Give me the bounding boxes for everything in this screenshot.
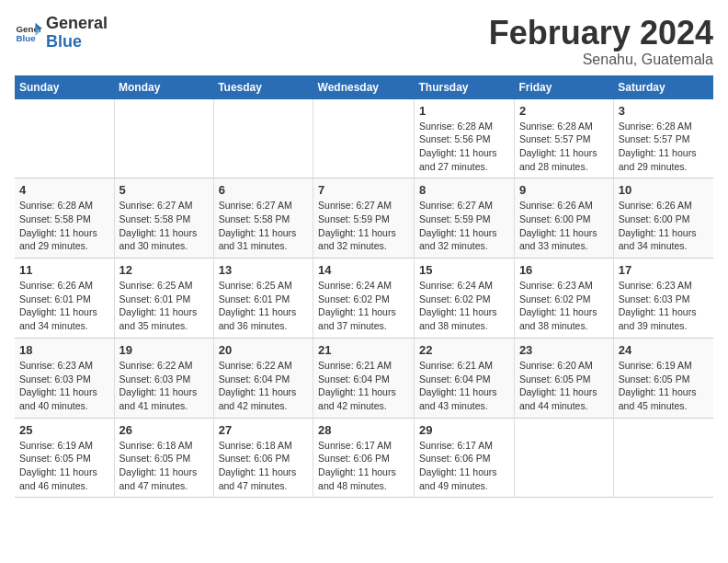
calendar-cell: 24Sunrise: 6:19 AMSunset: 6:05 PMDayligh… [613, 338, 713, 418]
calendar-cell: 11Sunrise: 6:26 AMSunset: 6:01 PMDayligh… [15, 259, 114, 339]
calendar-cell: 10Sunrise: 6:26 AMSunset: 6:00 PMDayligh… [613, 178, 713, 259]
day-number: 20 [219, 343, 308, 357]
calendar-cell: 23Sunrise: 6:20 AMSunset: 6:05 PMDayligh… [514, 338, 613, 418]
day-sun-info: Sunrise: 6:28 AMSunset: 5:57 PMDaylight:… [619, 120, 709, 174]
month-title: February 2024 [489, 15, 713, 52]
day-sun-info: Sunrise: 6:28 AMSunset: 5:58 PMDaylight:… [19, 199, 109, 253]
day-number: 24 [619, 343, 709, 357]
day-number: 28 [318, 423, 409, 437]
calendar-cell: 8Sunrise: 6:27 AMSunset: 5:59 PMDaylight… [414, 178, 514, 259]
day-sun-info: Sunrise: 6:27 AMSunset: 5:59 PMDaylight:… [318, 199, 409, 253]
day-sun-info: Sunrise: 6:25 AMSunset: 6:01 PMDaylight:… [219, 279, 308, 333]
day-sun-info: Sunrise: 6:27 AMSunset: 5:59 PMDaylight:… [419, 199, 509, 253]
day-number: 1 [419, 104, 509, 118]
calendar-week-row: 1Sunrise: 6:28 AMSunset: 5:56 PMDaylight… [15, 99, 713, 178]
calendar-cell [514, 418, 613, 498]
day-sun-info: Sunrise: 6:27 AMSunset: 5:58 PMDaylight:… [219, 199, 308, 253]
calendar-cell: 28Sunrise: 6:17 AMSunset: 6:06 PMDayligh… [313, 418, 415, 498]
col-header-friday: Friday [514, 75, 613, 99]
calendar-cell: 6Sunrise: 6:27 AMSunset: 5:58 PMDaylight… [213, 178, 313, 259]
calendar-cell [213, 99, 313, 178]
day-number: 23 [519, 343, 609, 357]
day-sun-info: Sunrise: 6:25 AMSunset: 6:01 PMDaylight:… [119, 279, 209, 333]
day-number: 22 [419, 343, 509, 357]
calendar-cell: 12Sunrise: 6:25 AMSunset: 6:01 PMDayligh… [114, 259, 213, 339]
day-number: 2 [519, 104, 609, 118]
location-subtitle: Senahu, Guatemala [489, 52, 713, 68]
day-sun-info: Sunrise: 6:21 AMSunset: 6:04 PMDaylight:… [419, 359, 509, 413]
day-sun-info: Sunrise: 6:18 AMSunset: 6:06 PMDaylight:… [219, 439, 308, 493]
day-sun-info: Sunrise: 6:23 AMSunset: 6:03 PMDaylight:… [619, 279, 709, 333]
calendar-cell: 5Sunrise: 6:27 AMSunset: 5:58 PMDaylight… [114, 178, 213, 259]
header: General Blue General Blue February 2024 … [15, 15, 713, 68]
day-number: 11 [19, 263, 109, 277]
day-sun-info: Sunrise: 6:23 AMSunset: 6:02 PMDaylight:… [519, 279, 609, 333]
col-header-wednesday: Wednesday [313, 75, 415, 99]
day-number: 6 [219, 183, 308, 197]
day-sun-info: Sunrise: 6:19 AMSunset: 6:05 PMDaylight:… [619, 359, 709, 413]
calendar-cell [114, 99, 213, 178]
calendar-cell: 13Sunrise: 6:25 AMSunset: 6:01 PMDayligh… [213, 259, 313, 339]
day-number: 13 [219, 263, 308, 277]
day-number: 29 [419, 423, 509, 437]
day-sun-info: Sunrise: 6:18 AMSunset: 6:05 PMDaylight:… [119, 439, 209, 493]
calendar-cell [15, 99, 114, 178]
day-number: 10 [619, 183, 709, 197]
calendar-header-row: SundayMondayTuesdayWednesdayThursdayFrid… [15, 75, 713, 99]
day-number: 4 [19, 183, 109, 197]
calendar-cell: 4Sunrise: 6:28 AMSunset: 5:58 PMDaylight… [15, 178, 114, 259]
calendar-cell: 14Sunrise: 6:24 AMSunset: 6:02 PMDayligh… [313, 259, 415, 339]
calendar-week-row: 11Sunrise: 6:26 AMSunset: 6:01 PMDayligh… [15, 259, 713, 339]
calendar-cell: 25Sunrise: 6:19 AMSunset: 6:05 PMDayligh… [15, 418, 114, 498]
day-sun-info: Sunrise: 6:27 AMSunset: 5:58 PMDaylight:… [119, 199, 209, 253]
day-sun-info: Sunrise: 6:26 AMSunset: 6:00 PMDaylight:… [519, 199, 609, 253]
day-sun-info: Sunrise: 6:26 AMSunset: 6:00 PMDaylight:… [619, 199, 709, 253]
day-sun-info: Sunrise: 6:17 AMSunset: 6:06 PMDaylight:… [419, 439, 509, 493]
calendar-cell [613, 418, 713, 498]
calendar-cell: 17Sunrise: 6:23 AMSunset: 6:03 PMDayligh… [613, 259, 713, 339]
day-number: 7 [318, 183, 409, 197]
col-header-thursday: Thursday [414, 75, 514, 99]
day-sun-info: Sunrise: 6:20 AMSunset: 6:05 PMDaylight:… [519, 359, 609, 413]
calendar-cell: 22Sunrise: 6:21 AMSunset: 6:04 PMDayligh… [414, 338, 514, 418]
calendar-cell: 9Sunrise: 6:26 AMSunset: 6:00 PMDaylight… [514, 178, 613, 259]
col-header-monday: Monday [114, 75, 213, 99]
logo-icon: General Blue [15, 19, 42, 47]
calendar-week-row: 4Sunrise: 6:28 AMSunset: 5:58 PMDaylight… [15, 178, 713, 259]
calendar-week-row: 18Sunrise: 6:23 AMSunset: 6:03 PMDayligh… [15, 338, 713, 418]
calendar-cell: 1Sunrise: 6:28 AMSunset: 5:56 PMDaylight… [414, 99, 514, 178]
day-number: 15 [419, 263, 509, 277]
day-number: 12 [119, 263, 209, 277]
day-sun-info: Sunrise: 6:28 AMSunset: 5:56 PMDaylight:… [419, 120, 509, 174]
calendar-cell: 27Sunrise: 6:18 AMSunset: 6:06 PMDayligh… [213, 418, 313, 498]
day-sun-info: Sunrise: 6:26 AMSunset: 6:01 PMDaylight:… [19, 279, 109, 333]
col-header-sunday: Sunday [15, 75, 114, 99]
calendar-cell: 26Sunrise: 6:18 AMSunset: 6:05 PMDayligh… [114, 418, 213, 498]
day-sun-info: Sunrise: 6:21 AMSunset: 6:04 PMDaylight:… [318, 359, 409, 413]
day-number: 19 [119, 343, 209, 357]
calendar-week-row: 25Sunrise: 6:19 AMSunset: 6:05 PMDayligh… [15, 418, 713, 498]
calendar-cell: 18Sunrise: 6:23 AMSunset: 6:03 PMDayligh… [15, 338, 114, 418]
day-sun-info: Sunrise: 6:24 AMSunset: 6:02 PMDaylight:… [419, 279, 509, 333]
calendar-cell: 15Sunrise: 6:24 AMSunset: 6:02 PMDayligh… [414, 259, 514, 339]
day-number: 8 [419, 183, 509, 197]
day-sun-info: Sunrise: 6:22 AMSunset: 6:03 PMDaylight:… [119, 359, 209, 413]
svg-text:Blue: Blue [17, 33, 37, 43]
calendar-cell: 16Sunrise: 6:23 AMSunset: 6:02 PMDayligh… [514, 259, 613, 339]
calendar-cell: 19Sunrise: 6:22 AMSunset: 6:03 PMDayligh… [114, 338, 213, 418]
day-number: 26 [119, 423, 209, 437]
calendar-cell: 20Sunrise: 6:22 AMSunset: 6:04 PMDayligh… [213, 338, 313, 418]
day-sun-info: Sunrise: 6:28 AMSunset: 5:57 PMDaylight:… [519, 120, 609, 174]
day-number: 3 [619, 104, 709, 118]
logo: General Blue General Blue [15, 15, 108, 52]
col-header-tuesday: Tuesday [213, 75, 313, 99]
day-number: 25 [19, 423, 109, 437]
calendar-cell: 29Sunrise: 6:17 AMSunset: 6:06 PMDayligh… [414, 418, 514, 498]
calendar-table: SundayMondayTuesdayWednesdayThursdayFrid… [15, 75, 713, 499]
day-number: 16 [519, 263, 609, 277]
calendar-cell: 3Sunrise: 6:28 AMSunset: 5:57 PMDaylight… [613, 99, 713, 178]
calendar-cell: 21Sunrise: 6:21 AMSunset: 6:04 PMDayligh… [313, 338, 415, 418]
day-number: 27 [219, 423, 308, 437]
day-sun-info: Sunrise: 6:19 AMSunset: 6:05 PMDaylight:… [19, 439, 109, 493]
day-number: 18 [19, 343, 109, 357]
